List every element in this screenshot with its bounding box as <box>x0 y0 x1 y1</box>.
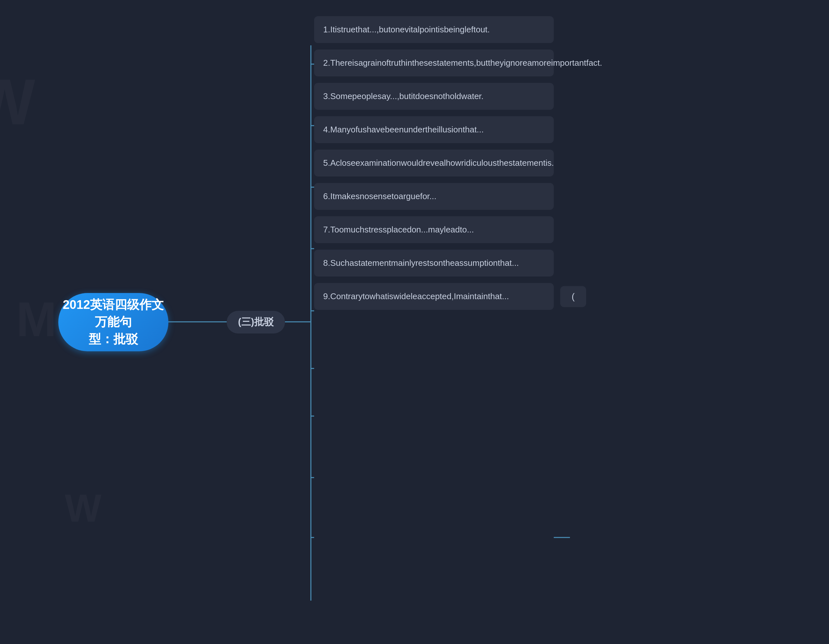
item-1-text: 1.Itistruethat...,butonevitalpointisbein… <box>323 25 490 34</box>
item-9-connector: ( <box>560 286 586 307</box>
item-2-text: 2.Thereisagrainoftruthinthesestatements,… <box>323 58 602 68</box>
item-3-text: 3.Somepeoplesay...,butitdoesnotholdwater… <box>323 91 484 101</box>
item-7-text: 7.Toomuchstressplacedon...mayleadto... <box>323 225 474 235</box>
item-5[interactable]: 5.Acloseexaminationwouldrevealhowridicul… <box>314 150 554 176</box>
item-6-text: 6.Itmakesnosensetoarguefor... <box>323 191 437 201</box>
item-1[interactable]: 1.Itistruethat...,butonevitalpointisbein… <box>314 16 554 43</box>
central-node-line2: 型：批驳 <box>58 331 169 348</box>
bg-decoration-3: W <box>65 486 101 531</box>
item-3[interactable]: 3.Somepeoplesay...,butitdoesnotholdwater… <box>314 83 554 110</box>
item-4-text: 4.Manyofushavebeenundertheillusionthat..… <box>323 124 484 134</box>
item-5-text: 5.Acloseexaminationwouldrevealhowridicul… <box>323 158 554 168</box>
connector-label: ( <box>572 290 574 303</box>
item-2[interactable]: 2.Thereisagrainoftruthinthesestatements,… <box>314 50 554 76</box>
branch-node-label: (三)批驳 <box>238 315 274 329</box>
central-node-line1: 2012英语四级作文万能句 <box>58 296 169 331</box>
item-8-text: 8.Suchastatementmainlyrestsontheassumpti… <box>323 258 519 268</box>
central-node[interactable]: 2012英语四级作文万能句 型：批驳 <box>58 293 169 351</box>
mind-map: W M W 2012英语四级作文万能句 型：批驳 <box>0 0 829 644</box>
branch-node[interactable]: (三)批驳 <box>227 311 285 334</box>
item-9-text: 9.Contrarytowhatiswideleaccepted,Imainta… <box>323 291 509 301</box>
item-9[interactable]: 9.Contrarytowhatiswideleaccepted,Imainta… <box>314 283 554 310</box>
item-6[interactable]: 6.Itmakesnosensetoarguefor... <box>314 183 554 210</box>
item-8[interactable]: 8.Suchastatementmainlyrestsontheassumpti… <box>314 250 554 277</box>
items-container: 1.Itistruethat...,butonevitalpointisbein… <box>314 16 554 310</box>
bg-decoration-2: M <box>16 291 57 347</box>
item-7[interactable]: 7.Toomuchstressplacedon...mayleadto... <box>314 216 554 243</box>
bg-decoration-1: W <box>0 65 35 139</box>
item-4[interactable]: 4.Manyofushavebeenundertheillusionthat..… <box>314 116 554 143</box>
